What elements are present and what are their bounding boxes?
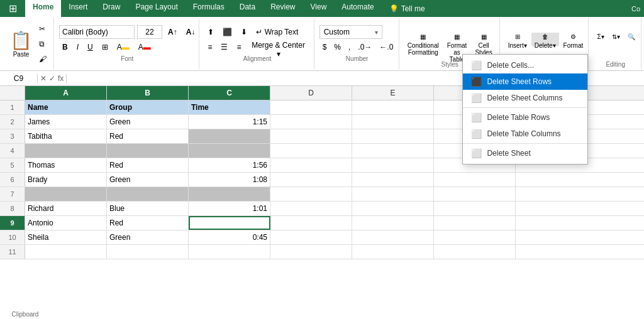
cell-a1[interactable]: Name [25, 100, 107, 114]
increase-font-button[interactable]: A↑ [165, 25, 180, 39]
font-color-button[interactable]: A▬ [135, 40, 154, 54]
cell-f10[interactable] [434, 230, 516, 244]
tab-insert[interactable]: Insert [61, 0, 95, 17]
cell-d10[interactable] [270, 230, 352, 244]
tab-review[interactable]: Review [263, 0, 303, 17]
cell-b7[interactable] [107, 187, 189, 201]
cell-a7[interactable] [25, 187, 107, 201]
cell-b11[interactable] [107, 245, 189, 259]
sort-filter-button[interactable]: ⇅▾ [609, 33, 623, 46]
cell-e8[interactable] [352, 202, 434, 215]
cell-d4[interactable] [270, 144, 352, 158]
cell-d6[interactable] [270, 173, 352, 187]
underline-button[interactable]: U [84, 40, 96, 54]
accounting-button[interactable]: $ [319, 40, 330, 54]
align-middle-button[interactable]: ⬛ [219, 25, 235, 39]
cell-f7[interactable] [434, 187, 516, 201]
cell-f8[interactable] [434, 202, 516, 215]
tab-page-layout[interactable]: Page Layout [128, 0, 185, 17]
cancel-formula-icon[interactable]: ✕ [40, 74, 47, 83]
cell-b1[interactable]: Group [107, 100, 189, 114]
cell-e5[interactable] [352, 158, 434, 172]
cell-b2[interactable]: Green [107, 115, 189, 129]
align-top-button[interactable]: ⬆ [204, 25, 217, 39]
wrap-text-button[interactable]: ↵ Wrap Text [253, 25, 301, 39]
cell-reference-box[interactable]: C9 [0, 74, 38, 83]
cell-c1[interactable]: Time [189, 100, 270, 114]
cell-c9[interactable] [189, 216, 270, 230]
sum-button[interactable]: Σ▾ [594, 33, 607, 46]
format-painter-button[interactable]: 🖌 [36, 52, 50, 66]
tab-view[interactable]: View [303, 0, 335, 17]
col-header-a[interactable]: A [25, 86, 107, 100]
cell-d2[interactable] [270, 115, 352, 129]
cell-c5[interactable]: 1:56 [189, 158, 270, 172]
cell-e7[interactable] [352, 187, 434, 201]
border-button[interactable]: ⊞ [99, 40, 111, 54]
align-center-button[interactable]: ☰ [218, 40, 231, 54]
cell-f6[interactable] [434, 173, 516, 187]
cell-b4[interactable] [107, 144, 189, 158]
bold-button[interactable]: B [59, 40, 71, 54]
percent-button[interactable]: % [331, 40, 344, 54]
cell-d8[interactable] [270, 202, 352, 215]
cell-c3[interactable] [189, 129, 270, 143]
cell-e11[interactable] [352, 245, 434, 259]
cell-d1[interactable] [270, 100, 352, 114]
conditional-formatting-button[interactable]: ▦ ConditionalFormatting [404, 33, 442, 46]
align-left-button[interactable]: ≡ [204, 40, 215, 54]
cell-e6[interactable] [352, 173, 434, 187]
cell-a5[interactable]: Thomas [25, 158, 107, 172]
cell-f9[interactable] [434, 216, 516, 230]
cell-e1[interactable] [352, 100, 434, 114]
cell-c11[interactable] [189, 245, 270, 259]
cell-c10[interactable]: 0:45 [189, 230, 270, 244]
cell-c6[interactable]: 1:08 [189, 173, 270, 187]
insert-button[interactable]: ⊞ Insert ▾ [505, 33, 530, 46]
tab-tell-me[interactable]: 💡 Tell me [382, 0, 433, 17]
format-button[interactable]: ⚙ Format [560, 33, 587, 46]
tab-home[interactable]: Home [25, 0, 61, 17]
cell-f11[interactable] [434, 245, 516, 259]
cell-e4[interactable] [352, 144, 434, 158]
col-header-d[interactable]: D [270, 86, 352, 100]
cell-d3[interactable] [270, 129, 352, 143]
decrease-decimal-button[interactable]: ←.0 [376, 40, 396, 54]
tab-draw[interactable]: Draw [95, 0, 128, 17]
cell-b3[interactable]: Red [107, 129, 189, 143]
align-right-button[interactable]: ≡ [233, 40, 244, 54]
format-as-table-button[interactable]: ▦ Formatas Table [443, 33, 471, 46]
cell-b5[interactable]: Red [107, 158, 189, 172]
cell-e10[interactable] [352, 230, 434, 244]
decrease-font-button[interactable]: A↓ [183, 25, 199, 39]
cell-e3[interactable] [352, 129, 434, 143]
cell-e9[interactable] [352, 216, 434, 230]
menu-delete-sheet-rows[interactable]: ⬛ Delete Sheet Rows [463, 73, 587, 90]
col-header-c[interactable]: C [189, 86, 270, 100]
fill-color-button[interactable]: A▬ [114, 40, 133, 54]
cell-b9[interactable]: Red [107, 216, 189, 230]
comma-button[interactable]: , [345, 40, 353, 54]
font-name-input[interactable] [59, 25, 135, 39]
col-header-b[interactable]: B [107, 86, 189, 100]
copy-button[interactable]: ⧉ [36, 37, 50, 51]
cell-a6[interactable]: Brady [25, 173, 107, 187]
menu-delete-sheet[interactable]: ⬜ Delete Sheet [463, 145, 587, 161]
cell-d5[interactable] [270, 158, 352, 172]
cell-d7[interactable] [270, 187, 352, 201]
col-header-e[interactable]: E [352, 86, 434, 100]
tab-data[interactable]: Data [232, 0, 263, 17]
cell-a9[interactable]: Antonio [25, 216, 107, 230]
menu-delete-cells[interactable]: ⬜ Delete Cells... [463, 57, 587, 73]
cell-d9[interactable] [270, 216, 352, 230]
cell-a3[interactable]: Tabitha [25, 129, 107, 143]
cut-button[interactable]: ✂ [36, 22, 50, 36]
font-size-input[interactable] [137, 25, 162, 39]
cell-b10[interactable]: Green [107, 230, 189, 244]
tab-automate[interactable]: Automate [334, 0, 381, 17]
cell-e2[interactable] [352, 115, 434, 129]
align-bottom-button[interactable]: ⬇ [238, 25, 250, 39]
cell-b6[interactable]: Green [107, 173, 189, 187]
co-button[interactable]: Co [631, 5, 640, 13]
number-format-dropdown[interactable]: Custom ▾ [319, 25, 382, 39]
